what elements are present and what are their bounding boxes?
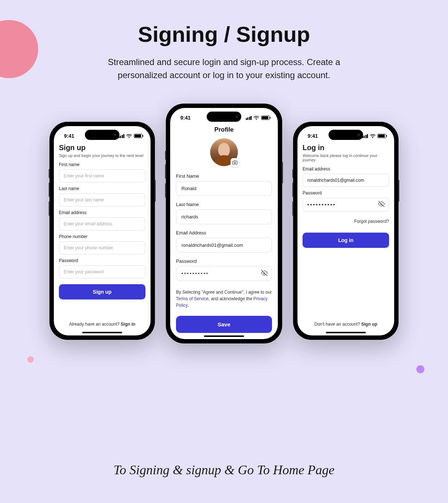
last-name-label: Last Name xyxy=(176,202,272,207)
status-time: 9:41 xyxy=(180,115,191,121)
login-title: Log in xyxy=(303,144,389,152)
login-phone-frame: 9:41 Log in Welcome back please log in c… xyxy=(293,122,399,340)
forgot-password-link[interactable]: Forgot password? xyxy=(303,219,389,224)
login-subtitle: Welcome back please log in continue your… xyxy=(303,153,389,162)
email-label: Email Address xyxy=(176,230,272,236)
email-input[interactable] xyxy=(303,174,389,187)
login-button[interactable]: Log in xyxy=(303,233,389,248)
last-name-input[interactable] xyxy=(59,193,145,206)
dynamic-island xyxy=(329,130,363,140)
email-label: Email address xyxy=(59,210,145,215)
status-indicators xyxy=(362,134,387,138)
signal-icon xyxy=(246,116,252,120)
decorative-dot xyxy=(416,365,424,373)
password-input[interactable] xyxy=(59,265,145,278)
phone-input[interactable] xyxy=(59,241,145,254)
battery-icon xyxy=(134,134,143,138)
home-indicator xyxy=(204,335,244,337)
camera-icon[interactable] xyxy=(231,158,239,167)
last-name-input[interactable] xyxy=(176,209,272,224)
first-name-label: First name xyxy=(59,162,145,167)
status-time: 9:41 xyxy=(308,133,318,139)
email-input[interactable] xyxy=(176,238,272,253)
dynamic-island xyxy=(207,112,241,122)
password-label: Password xyxy=(303,190,389,196)
eye-off-icon[interactable] xyxy=(261,270,268,278)
password-label: Password xyxy=(59,258,145,263)
terms-text: By Selecting "Agree and Continue", I agr… xyxy=(176,289,272,309)
status-indicators xyxy=(246,116,270,120)
signup-title: Sign up xyxy=(59,144,145,152)
profile-phone-frame: 9:41 Profile First Name xyxy=(166,104,282,343)
signup-subtitle: Sign up and begin your journey to the ne… xyxy=(59,153,145,158)
signin-link[interactable]: Sign in xyxy=(121,322,135,327)
email-label: Email address xyxy=(303,166,389,172)
signup-button[interactable]: Sign up xyxy=(59,284,145,299)
home-indicator xyxy=(82,332,122,333)
eye-off-icon[interactable] xyxy=(378,201,385,209)
wifi-icon xyxy=(126,134,132,138)
page-title: Signing / Signup xyxy=(0,22,448,47)
login-footer[interactable]: Don't have an account? Sign up xyxy=(303,322,389,327)
signup-phone-frame: 9:41 Sign up Sign up and begin your jour… xyxy=(49,122,155,340)
battery-icon xyxy=(261,116,270,120)
footer-caption: To Signing & signup & Go To Home Page xyxy=(0,462,448,478)
wifi-icon xyxy=(253,116,259,120)
first-name-input[interactable] xyxy=(176,181,272,196)
signup-footer[interactable]: Already have an account? Sign in xyxy=(59,322,145,327)
battery-icon xyxy=(377,134,386,138)
last-name-label: Last name xyxy=(59,186,145,191)
save-button[interactable]: Save xyxy=(176,316,272,333)
wifi-icon xyxy=(370,134,376,138)
terms-link[interactable]: Terms of Service xyxy=(176,296,208,301)
email-input[interactable] xyxy=(59,217,145,230)
avatar-container[interactable] xyxy=(210,138,238,166)
password-input[interactable] xyxy=(176,266,272,281)
decorative-dot xyxy=(27,356,34,363)
home-indicator xyxy=(326,332,366,333)
first-name-input[interactable] xyxy=(59,169,145,182)
password-input[interactable] xyxy=(303,198,389,212)
signup-link[interactable]: Sign up xyxy=(361,322,377,327)
dynamic-island xyxy=(85,130,120,140)
svg-point-0 xyxy=(234,162,236,164)
password-label: Password xyxy=(176,258,272,264)
phone-label: Phone number xyxy=(59,234,145,239)
profile-title: Profile xyxy=(176,126,272,133)
page-subtitle: Streamlined and secure login and sign-up… xyxy=(86,56,362,82)
first-name-label: First Name xyxy=(176,173,272,179)
status-time: 9:41 xyxy=(64,133,74,139)
status-indicators xyxy=(119,134,143,138)
